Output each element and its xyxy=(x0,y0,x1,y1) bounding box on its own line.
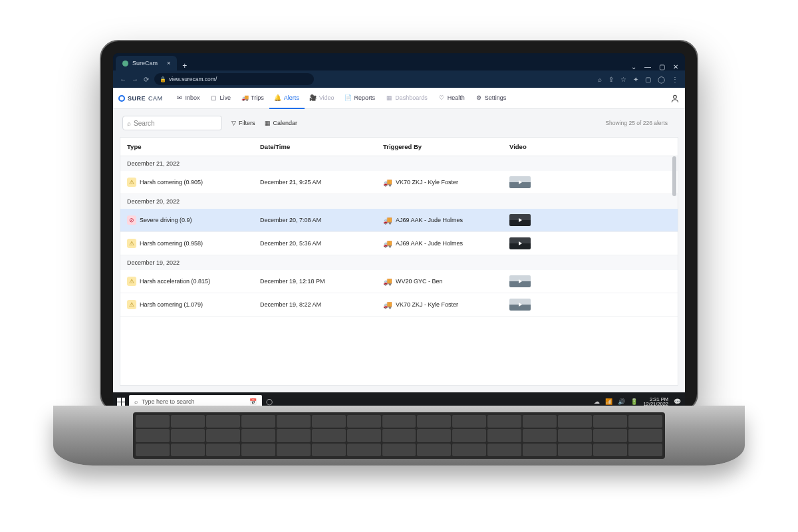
lock-icon: 🔒 xyxy=(160,76,166,82)
table-header: Type Date/Time Triggered By Video xyxy=(120,138,678,156)
search-placeholder: Search xyxy=(134,120,155,127)
triggered-by: VK70 ZKJ - Kyle Foster xyxy=(396,301,458,308)
search-icon[interactable]: ⌕ xyxy=(598,76,602,83)
col-video[interactable]: Video xyxy=(503,138,678,156)
video-thumbnail[interactable] xyxy=(509,214,531,226)
reload-button[interactable]: ⟳ xyxy=(144,76,149,83)
nav-trips[interactable]: 🚚Trips xyxy=(236,88,269,109)
nav-label: Dashboards xyxy=(395,94,428,101)
warning-icon: ⚠ xyxy=(127,239,136,248)
brand-logo[interactable]: SURECAM xyxy=(118,95,163,102)
play-icon xyxy=(519,218,522,222)
truck-icon: 🚚 xyxy=(383,216,392,225)
nav-dashboards: ▦Dashboards xyxy=(380,88,433,109)
filters-button[interactable]: ▽ Filters xyxy=(231,120,255,126)
truck-icon: 🚚 xyxy=(383,178,392,187)
nav-reports[interactable]: 📄Reports xyxy=(340,88,381,109)
tab-title: SureCam xyxy=(132,60,158,66)
browser-tab-strip: SureCam × + ⌄ — ▢ ✕ xyxy=(113,53,685,70)
table-row[interactable]: ⚠Harsh cornering (0.905)December 21, 9:2… xyxy=(120,171,678,194)
nav-alerts[interactable]: 🔔Alerts xyxy=(269,88,305,109)
date-group-header: December 21, 2022 xyxy=(120,156,678,171)
alerts-icon: 🔔 xyxy=(275,94,281,101)
col-triggered[interactable]: Triggered By xyxy=(376,138,503,156)
extensions-icon[interactable]: ✦ xyxy=(633,76,638,83)
address-bar[interactable]: 🔒 view.surecam.com/ xyxy=(154,73,314,85)
notifications-icon[interactable]: 💬 xyxy=(674,398,681,405)
close-tab-icon[interactable]: × xyxy=(167,60,170,66)
search-input[interactable]: ⌕ Search xyxy=(122,116,222,130)
browser-toolbar: ← → ⟳ 🔒 view.surecam.com/ ⌕ ⇪ ☆ ✦ ▢ ◯ ⋮ xyxy=(113,70,685,88)
scrollbar-thumb[interactable] xyxy=(672,156,676,196)
new-tab-button[interactable]: + xyxy=(177,61,192,70)
filter-icon: ▽ xyxy=(231,120,236,126)
windows-start-button[interactable] xyxy=(117,398,125,406)
date-group-header: December 20, 2022 xyxy=(120,194,678,209)
table-row[interactable]: ⚠Harsh cornering (1.079)December 19, 8:2… xyxy=(120,293,678,317)
calendar-button[interactable]: ▦ Calendar xyxy=(265,120,298,126)
nav-live[interactable]: ▢Live xyxy=(205,88,237,109)
health-icon: ♡ xyxy=(438,94,445,101)
triggered-by: VK70 ZKJ - Kyle Foster xyxy=(396,179,458,186)
settings-icon: ⚙ xyxy=(475,94,482,101)
calendar-label: Calendar xyxy=(273,120,298,126)
nav-label: Health xyxy=(448,94,465,101)
search-icon: ⌕ xyxy=(134,398,138,405)
taskbar-widget-icon: 📅 xyxy=(249,398,257,405)
alert-name: Harsh cornering (0.958) xyxy=(140,240,203,247)
video-icon: 🎥 xyxy=(310,94,317,101)
warning-icon: ⚠ xyxy=(127,300,136,309)
close-window-button[interactable]: ✕ xyxy=(673,63,678,70)
svg-point-0 xyxy=(674,95,677,98)
video-thumbnail[interactable] xyxy=(509,176,531,188)
profile-dot-icon[interactable]: ◯ xyxy=(658,76,665,83)
alert-name: Harsh cornering (1.079) xyxy=(140,301,203,308)
share-icon[interactable]: ⇪ xyxy=(608,76,614,83)
video-thumbnail[interactable] xyxy=(509,299,531,311)
alert-datetime: December 20, 7:08 AM xyxy=(260,217,321,223)
inbox-icon: ✉ xyxy=(176,94,183,101)
video-thumbnail[interactable] xyxy=(509,237,531,249)
triggered-by: AJ69 AAK - Jude Holmes xyxy=(396,217,463,223)
play-icon xyxy=(519,279,522,283)
nav-label: Live xyxy=(220,94,231,101)
nav-label: Trips xyxy=(251,94,264,101)
col-date[interactable]: Date/Time xyxy=(253,138,376,156)
minimize-button[interactable]: — xyxy=(644,63,651,70)
user-account-icon[interactable] xyxy=(670,94,680,103)
date-group-header: December 19, 2022 xyxy=(120,255,678,270)
brand-ring-icon xyxy=(118,95,125,102)
table-row[interactable]: ⚠Harsh acceleration (0.815)December 19, … xyxy=(120,270,678,293)
trips-icon: 🚚 xyxy=(241,94,248,101)
kebab-menu-icon[interactable]: ⋮ xyxy=(672,76,678,83)
table-row[interactable]: ⊘Severe driving (0.9)December 20, 7:08 A… xyxy=(120,209,678,232)
nav-inbox[interactable]: ✉Inbox xyxy=(171,88,205,109)
alert-datetime: December 19, 8:22 AM xyxy=(260,301,321,308)
video-thumbnail[interactable] xyxy=(509,275,531,287)
alert-name: Harsh cornering (0.905) xyxy=(140,179,203,186)
brand-name-left: SURE xyxy=(128,95,146,102)
play-icon xyxy=(519,303,522,307)
maximize-button[interactable]: ▢ xyxy=(659,63,665,70)
back-button[interactable]: ← xyxy=(120,76,126,83)
chevron-down-icon[interactable]: ⌄ xyxy=(631,63,636,70)
col-type[interactable]: Type xyxy=(120,138,253,156)
star-icon[interactable]: ☆ xyxy=(620,76,626,83)
browser-tab[interactable]: SureCam × xyxy=(116,56,177,70)
cortana-icon[interactable]: ◯ xyxy=(266,398,273,405)
battery-icon[interactable]: 🔋 xyxy=(630,398,638,405)
favicon-icon xyxy=(122,61,128,66)
tray-cloud-icon[interactable]: ☁ xyxy=(594,398,600,405)
play-icon xyxy=(519,180,522,184)
taskbar-search-placeholder: Type here to search xyxy=(142,398,195,405)
volume-icon[interactable]: 🔊 xyxy=(618,398,625,405)
triggered-by: WV20 GYC - Ben xyxy=(396,278,443,285)
alert-datetime: December 21, 9:25 AM xyxy=(260,179,321,186)
nav-settings[interactable]: ⚙Settings xyxy=(470,88,512,109)
wifi-icon[interactable]: 📶 xyxy=(605,398,612,405)
nav-health[interactable]: ♡Health xyxy=(433,88,470,109)
alerts-table: Type Date/Time Triggered By Video Decemb… xyxy=(120,137,678,386)
app-box-icon[interactable]: ▢ xyxy=(645,76,651,83)
forward-button[interactable]: → xyxy=(132,76,138,83)
table-row[interactable]: ⚠Harsh cornering (0.958)December 20, 5:3… xyxy=(120,232,678,255)
